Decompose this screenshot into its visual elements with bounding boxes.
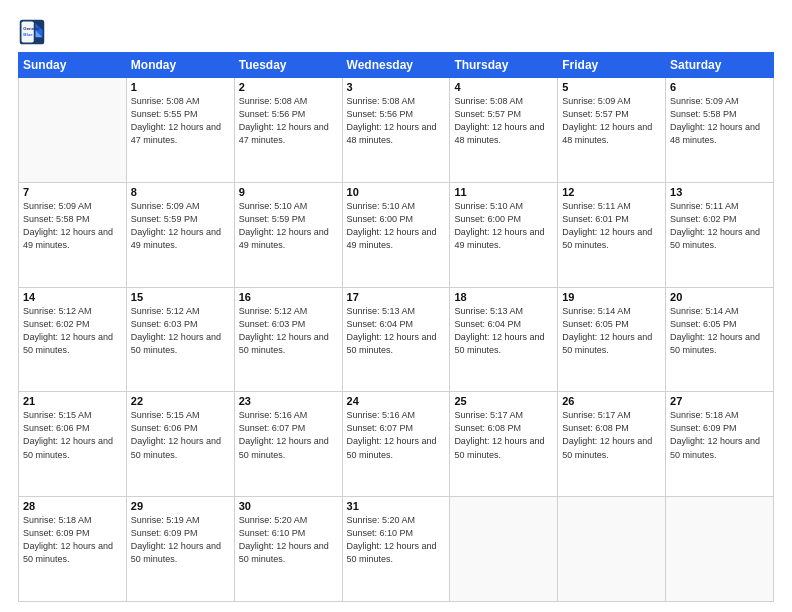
weekday-header-thursday: Thursday <box>450 53 558 78</box>
day-number: 9 <box>239 186 338 198</box>
svg-text:General: General <box>23 26 39 31</box>
week-row-1: 1Sunrise: 5:08 AMSunset: 5:55 PMDaylight… <box>19 78 774 183</box>
day-info: Sunrise: 5:20 AMSunset: 6:10 PMDaylight:… <box>347 514 446 566</box>
logo: General Blue <box>18 18 50 46</box>
day-info: Sunrise: 5:09 AMSunset: 5:58 PMDaylight:… <box>23 200 122 252</box>
calendar-cell: 19Sunrise: 5:14 AMSunset: 6:05 PMDayligh… <box>558 287 666 392</box>
day-number: 1 <box>131 81 230 93</box>
day-number: 22 <box>131 395 230 407</box>
calendar-cell: 1Sunrise: 5:08 AMSunset: 5:55 PMDaylight… <box>126 78 234 183</box>
day-number: 13 <box>670 186 769 198</box>
day-number: 8 <box>131 186 230 198</box>
calendar-cell: 28Sunrise: 5:18 AMSunset: 6:09 PMDayligh… <box>19 497 127 602</box>
day-number: 12 <box>562 186 661 198</box>
calendar-cell: 15Sunrise: 5:12 AMSunset: 6:03 PMDayligh… <box>126 287 234 392</box>
day-number: 31 <box>347 500 446 512</box>
day-number: 21 <box>23 395 122 407</box>
day-number: 15 <box>131 291 230 303</box>
calendar-cell <box>450 497 558 602</box>
weekday-header-saturday: Saturday <box>666 53 774 78</box>
day-number: 16 <box>239 291 338 303</box>
weekday-header-friday: Friday <box>558 53 666 78</box>
calendar-cell: 12Sunrise: 5:11 AMSunset: 6:01 PMDayligh… <box>558 182 666 287</box>
day-info: Sunrise: 5:09 AMSunset: 5:58 PMDaylight:… <box>670 95 769 147</box>
calendar-cell: 23Sunrise: 5:16 AMSunset: 6:07 PMDayligh… <box>234 392 342 497</box>
calendar-cell: 14Sunrise: 5:12 AMSunset: 6:02 PMDayligh… <box>19 287 127 392</box>
calendar-cell: 22Sunrise: 5:15 AMSunset: 6:06 PMDayligh… <box>126 392 234 497</box>
day-info: Sunrise: 5:11 AMSunset: 6:01 PMDaylight:… <box>562 200 661 252</box>
day-number: 19 <box>562 291 661 303</box>
day-info: Sunrise: 5:11 AMSunset: 6:02 PMDaylight:… <box>670 200 769 252</box>
calendar-cell: 11Sunrise: 5:10 AMSunset: 6:00 PMDayligh… <box>450 182 558 287</box>
day-info: Sunrise: 5:09 AMSunset: 5:59 PMDaylight:… <box>131 200 230 252</box>
calendar-cell <box>19 78 127 183</box>
calendar-cell: 25Sunrise: 5:17 AMSunset: 6:08 PMDayligh… <box>450 392 558 497</box>
day-info: Sunrise: 5:08 AMSunset: 5:56 PMDaylight:… <box>347 95 446 147</box>
day-number: 10 <box>347 186 446 198</box>
calendar-cell: 2Sunrise: 5:08 AMSunset: 5:56 PMDaylight… <box>234 78 342 183</box>
day-info: Sunrise: 5:15 AMSunset: 6:06 PMDaylight:… <box>131 409 230 461</box>
day-info: Sunrise: 5:13 AMSunset: 6:04 PMDaylight:… <box>454 305 553 357</box>
day-info: Sunrise: 5:18 AMSunset: 6:09 PMDaylight:… <box>23 514 122 566</box>
day-number: 4 <box>454 81 553 93</box>
calendar-cell: 7Sunrise: 5:09 AMSunset: 5:58 PMDaylight… <box>19 182 127 287</box>
day-number: 27 <box>670 395 769 407</box>
week-row-4: 21Sunrise: 5:15 AMSunset: 6:06 PMDayligh… <box>19 392 774 497</box>
day-number: 24 <box>347 395 446 407</box>
week-row-3: 14Sunrise: 5:12 AMSunset: 6:02 PMDayligh… <box>19 287 774 392</box>
week-row-2: 7Sunrise: 5:09 AMSunset: 5:58 PMDaylight… <box>19 182 774 287</box>
day-number: 3 <box>347 81 446 93</box>
day-info: Sunrise: 5:14 AMSunset: 6:05 PMDaylight:… <box>670 305 769 357</box>
day-number: 14 <box>23 291 122 303</box>
weekday-header-monday: Monday <box>126 53 234 78</box>
header: General Blue <box>18 18 774 46</box>
day-number: 11 <box>454 186 553 198</box>
day-info: Sunrise: 5:17 AMSunset: 6:08 PMDaylight:… <box>562 409 661 461</box>
page: General Blue SundayMondayTuesdayWednesda… <box>0 0 792 612</box>
day-number: 25 <box>454 395 553 407</box>
day-number: 6 <box>670 81 769 93</box>
calendar-cell: 21Sunrise: 5:15 AMSunset: 6:06 PMDayligh… <box>19 392 127 497</box>
calendar-cell: 31Sunrise: 5:20 AMSunset: 6:10 PMDayligh… <box>342 497 450 602</box>
calendar-cell <box>666 497 774 602</box>
day-info: Sunrise: 5:18 AMSunset: 6:09 PMDaylight:… <box>670 409 769 461</box>
calendar-cell: 17Sunrise: 5:13 AMSunset: 6:04 PMDayligh… <box>342 287 450 392</box>
day-info: Sunrise: 5:19 AMSunset: 6:09 PMDaylight:… <box>131 514 230 566</box>
day-info: Sunrise: 5:12 AMSunset: 6:03 PMDaylight:… <box>239 305 338 357</box>
day-info: Sunrise: 5:12 AMSunset: 6:02 PMDaylight:… <box>23 305 122 357</box>
calendar-cell: 9Sunrise: 5:10 AMSunset: 5:59 PMDaylight… <box>234 182 342 287</box>
calendar-cell: 27Sunrise: 5:18 AMSunset: 6:09 PMDayligh… <box>666 392 774 497</box>
day-info: Sunrise: 5:12 AMSunset: 6:03 PMDaylight:… <box>131 305 230 357</box>
weekday-header-sunday: Sunday <box>19 53 127 78</box>
day-info: Sunrise: 5:17 AMSunset: 6:08 PMDaylight:… <box>454 409 553 461</box>
day-info: Sunrise: 5:08 AMSunset: 5:56 PMDaylight:… <box>239 95 338 147</box>
day-info: Sunrise: 5:15 AMSunset: 6:06 PMDaylight:… <box>23 409 122 461</box>
calendar-cell: 18Sunrise: 5:13 AMSunset: 6:04 PMDayligh… <box>450 287 558 392</box>
calendar-cell: 13Sunrise: 5:11 AMSunset: 6:02 PMDayligh… <box>666 182 774 287</box>
calendar-cell: 3Sunrise: 5:08 AMSunset: 5:56 PMDaylight… <box>342 78 450 183</box>
calendar-cell: 10Sunrise: 5:10 AMSunset: 6:00 PMDayligh… <box>342 182 450 287</box>
day-info: Sunrise: 5:10 AMSunset: 6:00 PMDaylight:… <box>347 200 446 252</box>
day-info: Sunrise: 5:09 AMSunset: 5:57 PMDaylight:… <box>562 95 661 147</box>
calendar-cell: 24Sunrise: 5:16 AMSunset: 6:07 PMDayligh… <box>342 392 450 497</box>
calendar-cell: 5Sunrise: 5:09 AMSunset: 5:57 PMDaylight… <box>558 78 666 183</box>
calendar-cell: 20Sunrise: 5:14 AMSunset: 6:05 PMDayligh… <box>666 287 774 392</box>
calendar-cell: 26Sunrise: 5:17 AMSunset: 6:08 PMDayligh… <box>558 392 666 497</box>
svg-text:Blue: Blue <box>23 32 33 37</box>
day-number: 29 <box>131 500 230 512</box>
day-number: 26 <box>562 395 661 407</box>
weekday-header-tuesday: Tuesday <box>234 53 342 78</box>
day-number: 5 <box>562 81 661 93</box>
calendar-cell: 29Sunrise: 5:19 AMSunset: 6:09 PMDayligh… <box>126 497 234 602</box>
week-row-5: 28Sunrise: 5:18 AMSunset: 6:09 PMDayligh… <box>19 497 774 602</box>
day-number: 20 <box>670 291 769 303</box>
day-number: 23 <box>239 395 338 407</box>
weekday-header-wednesday: Wednesday <box>342 53 450 78</box>
calendar-cell: 16Sunrise: 5:12 AMSunset: 6:03 PMDayligh… <box>234 287 342 392</box>
calendar-cell: 30Sunrise: 5:20 AMSunset: 6:10 PMDayligh… <box>234 497 342 602</box>
day-info: Sunrise: 5:08 AMSunset: 5:55 PMDaylight:… <box>131 95 230 147</box>
day-info: Sunrise: 5:14 AMSunset: 6:05 PMDaylight:… <box>562 305 661 357</box>
weekday-header-row: SundayMondayTuesdayWednesdayThursdayFrid… <box>19 53 774 78</box>
day-number: 30 <box>239 500 338 512</box>
day-number: 17 <box>347 291 446 303</box>
